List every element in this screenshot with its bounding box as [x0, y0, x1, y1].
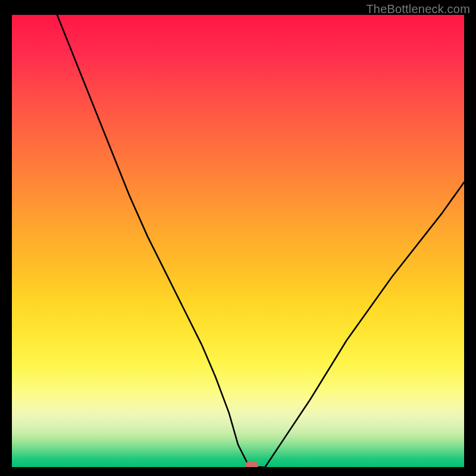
curve-svg [12, 15, 464, 467]
optimum-marker [245, 462, 258, 468]
bottleneck-curve-path [57, 15, 464, 467]
chart-frame: TheBottleneck.com [0, 0, 476, 476]
plot-area [12, 15, 464, 467]
watermark-text: TheBottleneck.com [366, 2, 470, 16]
